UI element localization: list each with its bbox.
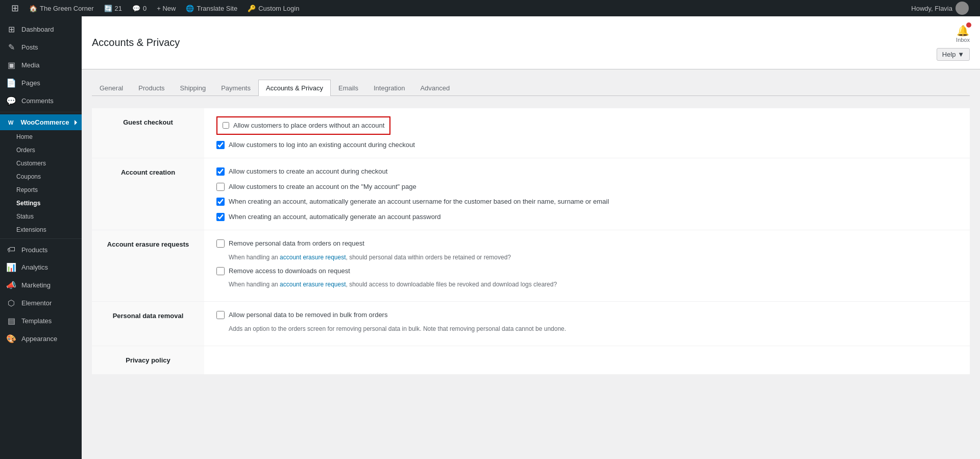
sidebar-item-status[interactable]: Status: [0, 210, 82, 223]
avatar: [955, 2, 969, 15]
dashboard-icon: ⊞: [6, 25, 16, 34]
analytics-icon: 📊: [6, 262, 16, 272]
site-icon: 🏠: [29, 5, 37, 12]
settings-row-privacy-policy: Privacy policy: [92, 346, 970, 374]
tab-general[interactable]: General: [92, 80, 131, 96]
inbox-badge: [966, 22, 971, 28]
help-button[interactable]: Help ▼: [937, 48, 970, 61]
sidebar: ⊞ Dashboard ✎ Posts ▣ Media 📄 Pages 💬 Co…: [0, 16, 82, 459]
sidebar-separator: [0, 112, 82, 112]
label-remove-downloads: Remove access to downloads on request: [229, 266, 350, 276]
sidebar-item-appearance[interactable]: 🎨 Appearance: [0, 330, 82, 348]
checkbox-bulk-remove[interactable]: [216, 311, 225, 319]
adminbar-site-name[interactable]: 🏠 The Green Corner: [24, 0, 99, 16]
sidebar-item-comments[interactable]: 💬 Comments: [0, 92, 82, 110]
label-bulk-remove: Allow personal data to be removed in bul…: [229, 310, 387, 320]
adminbar-wp-logo[interactable]: ⊞: [6, 0, 24, 16]
sidebar-item-templates[interactable]: ▤ Templates: [0, 312, 82, 330]
marketing-icon: 📣: [6, 280, 16, 290]
posts-icon: ✎: [6, 42, 16, 52]
settings-tabs: General Products Shipping Payments Accou…: [92, 80, 970, 96]
inbox-button[interactable]: 🔔 Inbox: [956, 25, 970, 43]
sidebar-item-customers[interactable]: Customers: [0, 157, 82, 170]
translate-icon: 🌐: [186, 5, 194, 12]
adminbar-comments[interactable]: 💬 0: [127, 0, 152, 16]
main-content: Accounts & Privacy 🔔 Inbox Help ▼ Genera…: [82, 16, 980, 459]
sidebar-item-home[interactable]: Home: [0, 130, 82, 143]
checkbox-item-create-checkout: Allow customers to create an account dur…: [216, 166, 958, 177]
checkbox-item-create-myaccount: Allow customers to create an account on …: [216, 182, 958, 192]
settings-label-guest-checkout: Guest checkout: [92, 108, 204, 158]
tab-advanced[interactable]: Advanced: [412, 80, 457, 96]
tab-payments[interactable]: Payments: [213, 80, 258, 96]
settings-row-account-creation: Account creation Allow customers to crea…: [92, 158, 970, 230]
sidebar-item-marketing[interactable]: 📣 Marketing: [0, 276, 82, 294]
sidebar-item-media[interactable]: ▣ Media: [0, 56, 82, 74]
admin-bar: ⊞ 🏠 The Green Corner 🔄 21 💬 0 + New 🌐 Tr…: [0, 0, 980, 16]
checkbox-create-checkout[interactable]: [216, 167, 225, 176]
woocommerce-arrow-icon: [75, 120, 77, 125]
pages-icon: 📄: [6, 78, 16, 88]
settings-row-personal-data: Personal data removal Allow personal dat…: [92, 302, 970, 346]
adminbar-howdy[interactable]: Howdy, Flavia: [906, 2, 974, 15]
tab-shipping[interactable]: Shipping: [173, 80, 214, 96]
settings-row-account-erasure: Account erasure requests Remove personal…: [92, 230, 970, 302]
sidebar-item-dashboard[interactable]: ⊞ Dashboard: [0, 20, 82, 38]
sidebar-item-posts[interactable]: ✎ Posts: [0, 38, 82, 56]
tab-emails[interactable]: Emails: [331, 80, 366, 96]
sidebar-item-orders[interactable]: Orders: [0, 143, 82, 157]
settings-td-privacy-policy: [204, 346, 970, 374]
settings-label-personal-data: Personal data removal: [92, 302, 204, 346]
appearance-icon: 🎨: [6, 334, 16, 344]
settings-td-personal-data: Allow personal data to be removed in bul…: [204, 302, 970, 346]
account-erasure-link-2[interactable]: account erasure request: [280, 281, 346, 288]
checkbox-remove-downloads[interactable]: [216, 267, 225, 275]
checkbox-create-myaccount[interactable]: [216, 183, 225, 191]
checkbox-item-remove-downloads: Remove access to downloads on request: [216, 266, 958, 276]
custom-login-icon: 🔑: [248, 5, 256, 12]
checkbox-auto-password[interactable]: [216, 213, 225, 221]
account-erasure-link-1[interactable]: account erasure request: [280, 254, 346, 261]
settings-label-privacy-policy: Privacy policy: [92, 346, 204, 374]
adminbar-translate[interactable]: 🌐 Translate Site: [181, 0, 242, 16]
sidebar-item-coupons[interactable]: Coupons: [0, 170, 82, 183]
checkbox-item-bulk-remove: Allow personal data to be removed in bul…: [216, 310, 958, 320]
sidebar-separator-2: [0, 238, 82, 239]
sidebar-item-settings[interactable]: Settings: [0, 197, 82, 210]
checkbox-remove-orders[interactable]: [216, 239, 225, 248]
settings-td-guest-checkout: Allow customers to place orders without …: [204, 108, 970, 158]
label-remove-orders: Remove personal data from orders on requ…: [229, 238, 364, 249]
sidebar-item-elementor[interactable]: ⬡ Elementor: [0, 294, 82, 312]
tab-products[interactable]: Products: [131, 80, 172, 96]
checkbox-item-login-existing: Allow customers to log into an existing …: [216, 140, 958, 150]
settings-label-account-creation: Account creation: [92, 158, 204, 230]
checkbox-item-auto-username: When creating an account, automatically …: [216, 197, 958, 207]
comments-icon: 💬: [6, 96, 16, 106]
sidebar-item-reports[interactable]: Reports: [0, 183, 82, 197]
checkbox-login-existing[interactable]: [216, 141, 225, 149]
sidebar-item-extensions[interactable]: Extensions: [0, 223, 82, 236]
page-title: Accounts & Privacy: [92, 37, 180, 49]
sidebar-item-pages[interactable]: 📄 Pages: [0, 74, 82, 92]
adminbar-new[interactable]: + New: [152, 0, 181, 16]
checkbox-guest-order[interactable]: [223, 122, 229, 129]
updates-icon: 🔄: [104, 5, 112, 12]
label-login-existing: Allow customers to log into an existing …: [229, 140, 415, 150]
settings-td-account-creation: Allow customers to create an account dur…: [204, 158, 970, 230]
sidebar-item-products[interactable]: 🏷 Products: [0, 241, 82, 258]
tab-integration[interactable]: Integration: [366, 80, 412, 96]
page-header: Accounts & Privacy 🔔 Inbox Help ▼: [82, 16, 980, 69]
adminbar-custom-login[interactable]: 🔑 Custom Login: [242, 0, 304, 16]
sidebar-item-analytics[interactable]: 📊 Analytics: [0, 258, 82, 276]
tab-accounts-privacy[interactable]: Accounts & Privacy: [258, 80, 331, 96]
wp-logo-icon: ⊞: [11, 3, 19, 14]
sidebar-item-woocommerce[interactable]: W WooCommerce: [0, 114, 82, 130]
settings-table: Guest checkout Allow customers to place …: [92, 108, 970, 375]
label-guest-order: Allow customers to place orders without …: [233, 120, 384, 131]
checkbox-auto-username[interactable]: [216, 198, 225, 206]
comments-icon: 💬: [132, 5, 140, 12]
settings-row-guest-checkout: Guest checkout Allow customers to place …: [92, 108, 970, 158]
inbox-icon: 🔔: [957, 25, 969, 37]
label-auto-password: When creating an account, automatically …: [229, 212, 441, 222]
adminbar-updates[interactable]: 🔄 21: [99, 0, 127, 16]
